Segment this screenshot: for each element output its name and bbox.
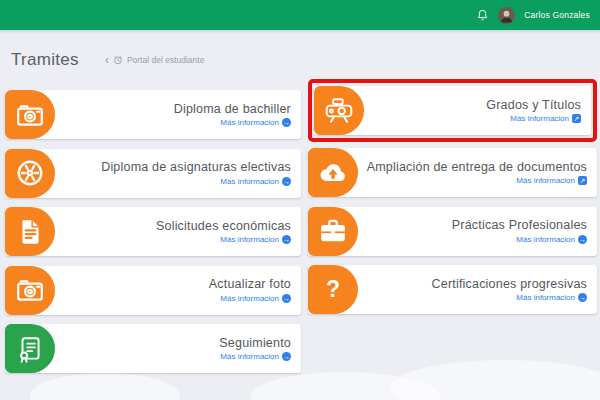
arrow-circle-icon: → — [578, 235, 587, 244]
briefcase-icon — [308, 207, 358, 256]
more-info-link[interactable]: Más informacion ↗ — [510, 114, 581, 123]
breadcrumb-label[interactable]: Portal del estudiante — [127, 55, 205, 65]
card-diploma-asignaturas-electivas[interactable]: Diploma de asignaturas electivas Más inf… — [5, 149, 301, 198]
arrow-circle-icon: → — [282, 235, 291, 244]
arrow-circle-icon: → — [282, 294, 291, 303]
document-icon — [5, 207, 55, 256]
clock-icon — [113, 55, 123, 65]
card-diploma-de-bachiller[interactable]: Diploma de bachiller Más informacion → — [5, 90, 301, 139]
card-ampliacion-entrega-documentos[interactable]: Ampliación de entrega de documentos Más … — [308, 148, 597, 197]
card-title: Grados y Títulos — [486, 98, 581, 112]
arrow-circle-icon: → — [578, 293, 587, 302]
notifications-bell-icon[interactable] — [476, 8, 489, 22]
more-info-label: Más informacion — [516, 293, 575, 302]
photo-camera-icon — [5, 266, 55, 315]
more-info-label: Más informacion — [220, 118, 279, 127]
more-info-link[interactable]: Más informacion → — [220, 177, 291, 186]
card-grados-y-titulos[interactable]: Grados y Títulos Más informacion ↗ — [314, 86, 591, 135]
external-link-icon: ↗ — [572, 114, 581, 123]
card-practicas-profesionales[interactable]: Prácticas Profesionales Más informacion … — [308, 207, 597, 256]
more-info-link[interactable]: Más informacion → — [516, 235, 587, 244]
user-name[interactable]: Carlos Gonzales — [524, 10, 590, 20]
gear-circle-icon — [5, 149, 55, 198]
top-bar: Carlos Gonzales — [0, 0, 600, 30]
photo-camera-icon — [5, 90, 55, 139]
more-info-label: Más informacion — [220, 177, 279, 186]
more-info-link[interactable]: Más informacion ↗ — [516, 176, 587, 185]
avatar-photo — [498, 7, 515, 24]
more-info-link[interactable]: Más informacion → — [220, 235, 291, 244]
more-info-link[interactable]: Más informacion → — [220, 118, 291, 127]
arrow-circle-icon: → — [282, 177, 291, 186]
cloud-upload-icon — [308, 148, 358, 197]
card-title: Actualizar foto — [209, 277, 291, 291]
more-info-label: Más informacion — [220, 352, 279, 361]
card-title: Ampliación de entrega de documentos — [367, 160, 587, 174]
user-avatar[interactable] — [498, 7, 515, 24]
left-column: Diploma de bachiller Más informacion → — [5, 90, 301, 383]
student-portal-screen: Carlos Gonzales Tramites ‹ Portal del es… — [0, 0, 600, 400]
back-chevron-icon[interactable]: ‹ — [105, 54, 109, 66]
external-link-icon: ↗ — [578, 176, 587, 185]
card-title: Diploma de bachiller — [174, 102, 291, 116]
breadcrumb[interactable]: ‹ Portal del estudiante — [105, 54, 205, 66]
card-seguimiento[interactable]: Seguimiento Más informacion → — [5, 324, 301, 373]
certificate-icon — [5, 324, 55, 373]
arrow-circle-icon: → — [282, 118, 291, 127]
card-certificaciones-progresivas[interactable]: ? Certificaciones progresivas Más inform… — [308, 265, 597, 314]
more-info-label: Más informacion — [510, 114, 569, 123]
card-actualizar-foto[interactable]: Actualizar foto Más informacion → — [5, 266, 301, 315]
projector-icon — [314, 86, 364, 135]
card-title: Seguimiento — [219, 336, 291, 350]
red-highlight-annotation: Grados y Títulos Más informacion ↗ — [308, 79, 597, 142]
arrow-circle-icon: → — [282, 352, 291, 361]
more-info-link[interactable]: Más informacion → — [516, 293, 587, 302]
card-title: Prácticas Profesionales — [452, 218, 587, 232]
right-column: Grados y Títulos Más informacion ↗ — [308, 79, 597, 324]
more-info-label: Más informacion — [516, 176, 575, 185]
tramites-grid: Diploma de bachiller Más informacion → — [0, 79, 600, 383]
card-solicitudes-economicas[interactable]: Solicitudes económicas Más informacion → — [5, 207, 301, 256]
page-title: Tramites — [11, 50, 79, 70]
more-info-link[interactable]: Más informacion → — [220, 352, 291, 361]
card-title: Diploma de asignaturas electivas — [101, 160, 291, 174]
more-info-label: Más informacion — [220, 235, 279, 244]
more-info-label: Más informacion — [220, 294, 279, 303]
card-title: Certificaciones progresivas — [432, 277, 587, 291]
question-mark-icon: ? — [308, 265, 358, 314]
more-info-label: Más informacion — [516, 235, 575, 244]
card-title: Solicitudes económicas — [156, 219, 291, 233]
more-info-link[interactable]: Más informacion → — [220, 294, 291, 303]
page-head: Tramites ‹ Portal del estudiante — [0, 30, 600, 79]
